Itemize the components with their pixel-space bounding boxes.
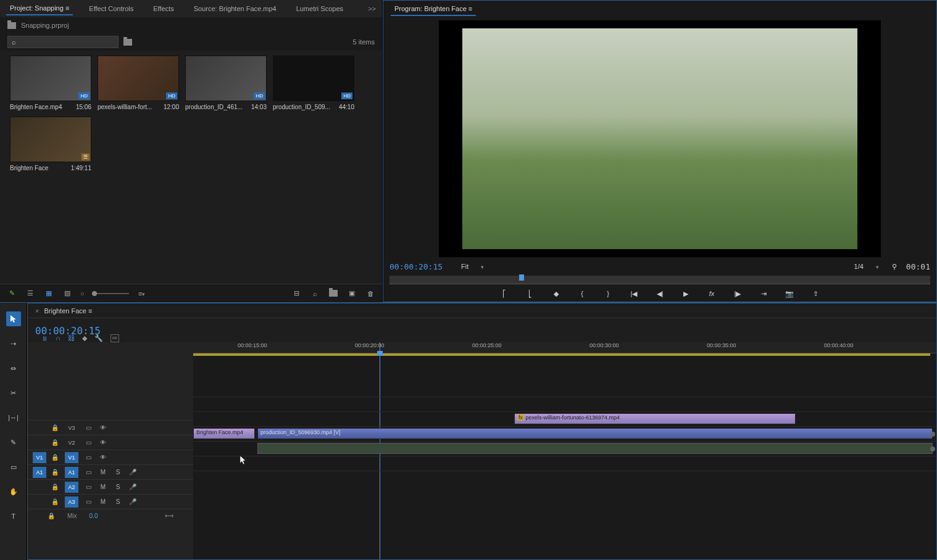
clip-v1-b[interactable]: production_ID_5096930.mp4 [V] bbox=[257, 428, 933, 439]
go-to-in-icon[interactable]: { bbox=[575, 288, 589, 299]
project-search[interactable]: ⌕ bbox=[7, 36, 119, 48]
clip-v2[interactable]: fx pexels-william-fortunato-6136974.mp4 bbox=[514, 413, 796, 424]
razor-tool[interactable]: ✂ bbox=[6, 385, 21, 400]
mix-value[interactable]: 0.0 bbox=[90, 513, 98, 519]
clip-thumbnail[interactable]: HD bbox=[185, 56, 267, 101]
master-mix-row[interactable]: 🔒 Mix 0.0 ⟷ bbox=[28, 509, 193, 522]
list-view-icon[interactable]: ☰ bbox=[25, 288, 36, 299]
mute-button[interactable]: M bbox=[98, 469, 108, 476]
go-to-out-icon[interactable]: } bbox=[601, 288, 615, 299]
eye-icon[interactable]: 👁 bbox=[98, 439, 108, 446]
sync-lock-icon[interactable]: ▭ bbox=[83, 454, 93, 461]
track-head-a3[interactable]: 🔒 A3 ▭ M S 🎤 bbox=[28, 494, 193, 509]
trash-icon[interactable]: 🗑 bbox=[365, 288, 376, 299]
marker-icon[interactable]: ◆ bbox=[82, 334, 87, 342]
frame-fwd-icon[interactable]: fx bbox=[705, 288, 718, 299]
track-label[interactable]: V3 bbox=[65, 422, 78, 434]
sync-lock-icon[interactable]: ▭ bbox=[83, 469, 93, 476]
selection-tool[interactable] bbox=[6, 311, 21, 326]
sync-lock-icon[interactable]: ▭ bbox=[83, 498, 93, 505]
sync-lock-icon[interactable]: ▭ bbox=[83, 484, 93, 490]
sequence-tab[interactable]: Brighten Face bbox=[44, 307, 92, 315]
panel-menu-icon[interactable] bbox=[65, 4, 69, 12]
track-label[interactable]: A2 bbox=[65, 482, 78, 493]
write-icon[interactable]: ✎ bbox=[6, 288, 17, 299]
project-search-input[interactable] bbox=[16, 38, 114, 47]
eye-icon[interactable]: 👁 bbox=[98, 424, 108, 431]
freeform-view-icon[interactable]: ▧ bbox=[62, 288, 73, 299]
clip-thumbnail[interactable]: HD bbox=[273, 56, 354, 101]
panel-menu-icon[interactable] bbox=[88, 307, 92, 315]
track-label[interactable]: A1 bbox=[65, 467, 78, 478]
track-a1[interactable] bbox=[193, 441, 936, 456]
clip-v1-a[interactable]: Brighten Face.mp4 bbox=[193, 428, 255, 439]
track-label[interactable]: A3 bbox=[65, 496, 78, 508]
track-scroll-v1[interactable] bbox=[930, 432, 935, 437]
tab-effect-controls[interactable]: Effect Controls bbox=[85, 2, 137, 15]
mute-button[interactable]: M bbox=[98, 484, 108, 490]
bin-item[interactable]: HD production_ID_461...14:03 bbox=[185, 56, 267, 110]
track-head-v3[interactable]: 🔒 V3 ▭ 👁 bbox=[28, 420, 193, 435]
program-monitor[interactable] bbox=[439, 20, 881, 257]
snap-icon[interactable]: ∩ bbox=[56, 334, 60, 342]
comparison-icon[interactable]: ⇪ bbox=[809, 288, 822, 299]
lock-icon[interactable]: 🔒 bbox=[48, 513, 55, 519]
bin-item[interactable]: ☰ Brighten Face1:49:11 bbox=[10, 117, 91, 171]
track-a2[interactable] bbox=[193, 456, 936, 471]
new-bin-icon[interactable] bbox=[328, 288, 339, 299]
track-head-v1[interactable]: V1 🔒 V1 ▭ 👁 bbox=[28, 450, 193, 464]
track-scroll-a1[interactable] bbox=[930, 447, 935, 451]
voice-over-icon[interactable]: 🎤 bbox=[128, 469, 138, 476]
bin-icon[interactable] bbox=[7, 22, 16, 29]
filter-bin-icon[interactable] bbox=[123, 39, 132, 46]
hand-tool[interactable]: ✋ bbox=[6, 484, 21, 499]
new-item-icon[interactable]: ▣ bbox=[346, 288, 357, 299]
slip-tool[interactable]: |↔| bbox=[6, 410, 21, 425]
find-icon[interactable]: ⌕ bbox=[309, 288, 320, 299]
tab-project[interactable]: Project: Snapping bbox=[6, 2, 73, 15]
clip-thumbnail[interactable]: HD bbox=[10, 56, 91, 101]
bin-item[interactable]: HD production_ID_509...44:10 bbox=[273, 56, 354, 110]
clip-a1[interactable] bbox=[257, 443, 933, 454]
add-marker-icon[interactable]: ◆ bbox=[549, 288, 563, 299]
tab-source[interactable]: Source: Brighten Face.mp4 bbox=[190, 2, 280, 15]
zoom-fit-select[interactable]: Fit bbox=[461, 263, 484, 270]
source-patch-a1[interactable]: A1 bbox=[33, 467, 46, 478]
voice-over-icon[interactable]: 🎤 bbox=[128, 484, 138, 490]
track-v2[interactable]: fx pexels-william-fortunato-6136974.mp4 bbox=[193, 411, 936, 426]
cc-icon[interactable]: cc bbox=[110, 334, 119, 342]
bin-item[interactable]: HD pexels-william-fort...12:00 bbox=[98, 56, 179, 110]
track-v3[interactable] bbox=[193, 397, 936, 411]
source-patch-v1[interactable]: V1 bbox=[33, 452, 46, 463]
rectangle-tool[interactable]: ▭ bbox=[6, 459, 21, 474]
sequence-thumbnail[interactable]: ☰ bbox=[10, 117, 91, 162]
play-icon[interactable]: ▶ bbox=[679, 288, 693, 299]
project-bin-grid[interactable]: HD Brighten Face.mp415:06 HD pexels-will… bbox=[0, 51, 382, 284]
program-scrubber[interactable] bbox=[389, 276, 930, 284]
bin-item[interactable]: HD Brighten Face.mp415:06 bbox=[10, 56, 91, 110]
tab-lumetri-scopes[interactable]: Lumetri Scopes bbox=[293, 2, 347, 15]
settings-icon[interactable]: ⚲ bbox=[889, 261, 900, 272]
ripple-edit-tool[interactable]: ⇔ bbox=[6, 361, 21, 376]
mark-out-icon[interactable]: ⎣ bbox=[523, 288, 537, 299]
tab-effects[interactable]: Effects bbox=[149, 2, 177, 15]
tabs-overflow[interactable]: >> bbox=[368, 5, 376, 12]
panel-menu-icon[interactable] bbox=[468, 5, 472, 12]
lock-icon[interactable]: 🔒 bbox=[51, 484, 60, 490]
thumb-size-slider[interactable] bbox=[92, 293, 129, 294]
lock-icon[interactable]: 🔒 bbox=[51, 424, 60, 431]
sync-lock-icon[interactable]: ▭ bbox=[83, 424, 93, 431]
lift-icon[interactable]: ⇥ bbox=[757, 288, 770, 299]
mute-button[interactable]: M bbox=[98, 498, 108, 505]
voice-over-icon[interactable]: 🎤 bbox=[128, 498, 138, 505]
frame-back-icon[interactable]: ◀| bbox=[653, 288, 667, 299]
icon-view-icon[interactable]: ▦ bbox=[43, 288, 54, 299]
close-tab-icon[interactable]: × bbox=[35, 307, 39, 315]
eye-icon[interactable]: 👁 bbox=[98, 454, 108, 461]
playhead-indicator[interactable] bbox=[519, 274, 524, 281]
automate-icon[interactable]: ⊟ bbox=[291, 288, 302, 299]
lock-icon[interactable]: 🔒 bbox=[51, 498, 60, 505]
mark-in-icon[interactable]: ⎡ bbox=[498, 288, 511, 299]
clip-thumbnail[interactable]: HD bbox=[98, 56, 179, 101]
resolution-select[interactable]: 1/4 bbox=[854, 263, 879, 270]
